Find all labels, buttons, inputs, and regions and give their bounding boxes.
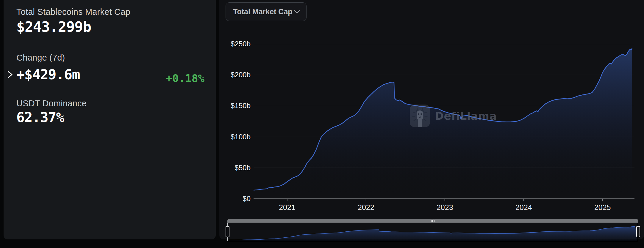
metric-selector-label: Total Market Cap [233,7,294,16]
time-range-brush [227,219,638,241]
brush-mini-chart [228,223,638,241]
brush-minimap[interactable] [227,223,638,241]
usdt-dominance-label: USDT Dominance [16,99,87,108]
change-7d-label: Change (7d) [16,53,65,63]
y-axis-label: $100b [219,132,251,141]
y-axis-label: $250b [219,40,251,48]
brush-grip-icon [431,220,434,222]
brush-drag-bar[interactable] [227,219,638,223]
axis-line [254,199,634,201]
chevron-right-icon[interactable] [7,70,14,79]
brush-area-fill [228,226,638,241]
market-cap-chart-panel: Total Market Cap $0$50b$100b$150b$200b$2… [219,0,644,239]
stablecoins-area-chart[interactable] [254,40,634,203]
chevron-down-icon [294,10,300,14]
y-axis-label: $150b [219,101,251,110]
brush-handle-right[interactable] [636,226,640,237]
usdt-dominance-value: 62.37% [16,109,64,125]
x-axis-label: 2024 [510,203,537,212]
y-axis-label: $0 [219,194,251,203]
stablecoins-stats-panel: Total Stablecoins Market Cap $243.299b C… [4,0,216,239]
y-axis-label: $50b [219,163,251,172]
x-axis-label: 2025 [589,203,616,212]
x-axis-label: 2023 [432,203,458,212]
market-cap-value: $243.299b [16,18,91,35]
x-axis-label: 2022 [353,203,379,212]
change-7d-percent: +0.18% [166,72,204,84]
y-axis-label: $200b [219,70,251,79]
market-cap-label: Total Stablecoins Market Cap [16,7,130,17]
brush-handle-left[interactable] [226,226,229,237]
change-7d-value: +$429.6m [16,67,80,83]
area-fill [254,48,632,199]
metric-selector-dropdown[interactable]: Total Market Cap [226,2,307,21]
x-axis-label: 2021 [274,203,301,212]
